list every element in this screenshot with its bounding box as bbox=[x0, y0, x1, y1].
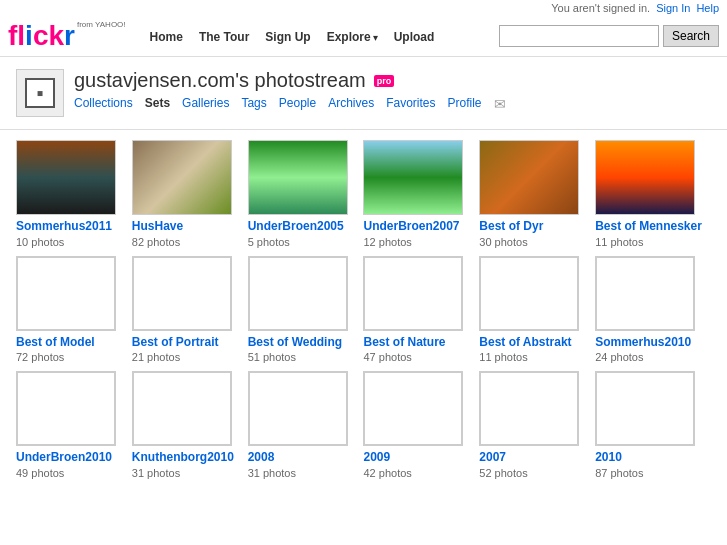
yahoo-from-text: from YAHOO! bbox=[77, 20, 126, 29]
photo-thumb-empty[interactable] bbox=[132, 371, 232, 446]
list-item: Best of Portrait 21 photos bbox=[132, 256, 240, 364]
username: gustavjensen.com's photostream bbox=[74, 69, 366, 92]
photo-count: 51 photos bbox=[248, 351, 356, 363]
subnav-galleries[interactable]: Galleries bbox=[182, 96, 229, 112]
subnav-tags[interactable]: Tags bbox=[241, 96, 266, 112]
list-item: Best of Abstrakt 11 photos bbox=[479, 256, 587, 364]
photo-thumb-empty[interactable] bbox=[248, 256, 348, 331]
photo-row-1: Sommerhus2011 10 photos HusHave 82 photo… bbox=[16, 140, 711, 248]
photo-count: 11 photos bbox=[479, 351, 587, 363]
set-title[interactable]: Best of Portrait bbox=[132, 335, 240, 351]
set-title[interactable]: Best of Dyr bbox=[479, 219, 587, 235]
nav-explore[interactable]: Explore bbox=[327, 30, 371, 44]
list-item: Best of Mennesker 11 photos bbox=[595, 140, 703, 248]
photo-count: 12 photos bbox=[363, 236, 471, 248]
avatar-icon: ▪ bbox=[25, 78, 55, 108]
list-item: UnderBroen2005 5 photos bbox=[248, 140, 356, 248]
divider bbox=[0, 129, 727, 130]
subnav-sets[interactable]: Sets bbox=[145, 96, 170, 112]
set-title[interactable]: Sommerhus2010 bbox=[595, 335, 703, 351]
subnav-profile[interactable]: Profile bbox=[448, 96, 482, 112]
set-title[interactable]: Best of Abstrakt bbox=[479, 335, 587, 351]
set-title[interactable]: 2010 bbox=[595, 450, 703, 466]
photo-thumb-empty[interactable] bbox=[363, 256, 463, 331]
photo-thumb-empty[interactable] bbox=[479, 371, 579, 446]
set-title[interactable]: 2008 bbox=[248, 450, 356, 466]
photo-thumb-empty[interactable] bbox=[595, 371, 695, 446]
photo-thumb-empty[interactable] bbox=[363, 371, 463, 446]
search-box: Search bbox=[499, 25, 719, 47]
photo-count: 87 photos bbox=[595, 467, 703, 479]
list-item: Best of Nature 47 photos bbox=[363, 256, 471, 364]
signin-link[interactable]: Sign In bbox=[656, 2, 690, 14]
photo-thumb-empty[interactable] bbox=[248, 371, 348, 446]
set-title[interactable]: UnderBroen2005 bbox=[248, 219, 356, 235]
set-title[interactable]: 2007 bbox=[479, 450, 587, 466]
list-item: 2007 52 photos bbox=[479, 371, 587, 479]
nav-signup[interactable]: Sign Up bbox=[265, 30, 310, 44]
photo-thumb[interactable] bbox=[595, 140, 695, 215]
list-item: Best of Model 72 photos bbox=[16, 256, 124, 364]
list-item: Sommerhus2010 24 photos bbox=[595, 256, 703, 364]
photo-thumb-empty[interactable] bbox=[132, 256, 232, 331]
sub-nav: Collections Sets Galleries Tags People A… bbox=[74, 96, 711, 112]
subnav-favorites[interactable]: Favorites bbox=[386, 96, 435, 112]
photo-thumb-empty[interactable] bbox=[479, 256, 579, 331]
search-input[interactable] bbox=[499, 25, 659, 47]
list-item: Best of Wedding 51 photos bbox=[248, 256, 356, 364]
photo-count: 42 photos bbox=[363, 467, 471, 479]
set-title[interactable]: Sommerhus2011 bbox=[16, 219, 124, 235]
photo-thumb[interactable] bbox=[132, 140, 232, 215]
photo-thumb-empty[interactable] bbox=[16, 256, 116, 331]
photo-thumb[interactable] bbox=[16, 140, 116, 215]
flickr-logo: flickr bbox=[8, 20, 75, 52]
photo-grid-section: Sommerhus2011 10 photos HusHave 82 photo… bbox=[0, 140, 727, 503]
photo-count: 24 photos bbox=[595, 351, 703, 363]
photo-thumb[interactable] bbox=[479, 140, 579, 215]
set-title[interactable]: Best of Nature bbox=[363, 335, 471, 351]
logo-area: flickr from YAHOO! bbox=[8, 20, 126, 52]
photo-count: 10 photos bbox=[16, 236, 124, 248]
list-item: Best of Dyr 30 photos bbox=[479, 140, 587, 248]
profile-section: ▪ gustavjensen.com's photostream pro Col… bbox=[0, 57, 727, 125]
set-title[interactable]: Best of Mennesker bbox=[595, 219, 703, 235]
photo-thumb-empty[interactable] bbox=[595, 256, 695, 331]
set-title[interactable]: 2009 bbox=[363, 450, 471, 466]
profile-info: gustavjensen.com's photostream pro Colle… bbox=[74, 69, 711, 112]
logo-nav-bar: flickr from YAHOO! Home The Tour Sign Up… bbox=[0, 16, 727, 56]
photo-count: 31 photos bbox=[132, 467, 240, 479]
search-button[interactable]: Search bbox=[663, 25, 719, 47]
photo-thumb-empty[interactable] bbox=[16, 371, 116, 446]
photo-count: 72 photos bbox=[16, 351, 124, 363]
set-title[interactable]: HusHave bbox=[132, 219, 240, 235]
nav-home[interactable]: Home bbox=[150, 30, 183, 44]
subnav-collections[interactable]: Collections bbox=[74, 96, 133, 112]
set-title[interactable]: UnderBroen2007 bbox=[363, 219, 471, 235]
list-item: Sommerhus2011 10 photos bbox=[16, 140, 124, 248]
photo-count: 21 photos bbox=[132, 351, 240, 363]
subnav-people[interactable]: People bbox=[279, 96, 316, 112]
photo-thumb[interactable] bbox=[248, 140, 348, 215]
nav-upload[interactable]: Upload bbox=[394, 30, 435, 44]
pro-badge: pro bbox=[374, 75, 395, 87]
list-item: UnderBroen2007 12 photos bbox=[363, 140, 471, 248]
photo-count: 82 photos bbox=[132, 236, 240, 248]
set-title[interactable]: Knuthenborg2010 bbox=[132, 450, 240, 466]
avatar: ▪ bbox=[16, 69, 64, 117]
photo-count: 5 photos bbox=[248, 236, 356, 248]
set-title[interactable]: Best of Wedding bbox=[248, 335, 356, 351]
help-link[interactable]: Help bbox=[696, 2, 719, 14]
set-title[interactable]: UnderBroen2010 bbox=[16, 450, 124, 466]
explore-arrow-icon: ▾ bbox=[373, 32, 378, 43]
nav-tour[interactable]: The Tour bbox=[199, 30, 249, 44]
main-nav: Home The Tour Sign Up Explore ▾ Upload bbox=[150, 30, 435, 44]
set-title[interactable]: Best of Model bbox=[16, 335, 124, 351]
mail-icon: ✉ bbox=[494, 96, 506, 112]
header: You aren't signed in. Sign In Help flick… bbox=[0, 0, 727, 57]
photo-count: 31 photos bbox=[248, 467, 356, 479]
subnav-archives[interactable]: Archives bbox=[328, 96, 374, 112]
nav-explore-wrapper: Explore ▾ bbox=[327, 30, 378, 44]
list-item: Knuthenborg2010 31 photos bbox=[132, 371, 240, 479]
photo-thumb[interactable] bbox=[363, 140, 463, 215]
photo-count: 11 photos bbox=[595, 236, 703, 248]
